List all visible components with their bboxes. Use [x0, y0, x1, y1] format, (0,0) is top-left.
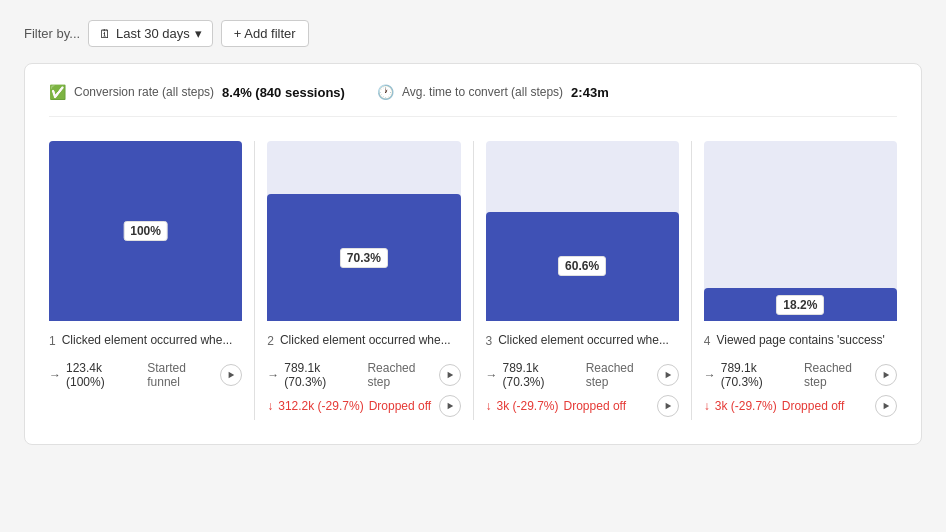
- step-number-1: 1: [49, 334, 56, 348]
- reached-row-3: →789.1k (70.3%)Reached step: [486, 358, 679, 392]
- bar-label-3: 60.6%: [558, 256, 606, 276]
- bar-label-2: 70.3%: [340, 248, 388, 268]
- main-card: ✅ Conversion rate (all steps) 8.4% (840 …: [24, 63, 922, 445]
- bar-label-1: 100%: [123, 221, 168, 241]
- reached-arrow-icon-4: →: [704, 368, 716, 382]
- step-title-2: Clicked element occurred whe...: [280, 333, 451, 347]
- reached-play-button-2[interactable]: [439, 364, 461, 386]
- reached-info-1: →123.4k (100%)Started funnel: [49, 361, 220, 389]
- reached-info-3: →789.1k (70.3%)Reached step: [486, 361, 657, 389]
- svg-marker-6: [884, 403, 890, 409]
- svg-marker-3: [665, 372, 671, 378]
- dropped-desc-4: Dropped off: [782, 399, 845, 413]
- dropped-play-button-3[interactable]: [657, 395, 679, 417]
- avg-time-metric: 🕐 Avg. time to convert (all steps) 2:43m: [377, 84, 609, 100]
- add-filter-button[interactable]: + Add filter: [221, 20, 309, 47]
- dropped-value-2: 312.2k (-29.7%): [278, 399, 363, 413]
- reached-info-4: →789.1k (70.3%)Reached step: [704, 361, 875, 389]
- clock-icon: 🕐: [377, 84, 394, 100]
- step-title-row-3: 3Clicked element occurred whe...: [486, 333, 679, 348]
- dropped-info-4: ↓3k (-29.7%)Dropped off: [704, 399, 845, 413]
- check-circle-icon: ✅: [49, 84, 66, 100]
- conversion-metric: ✅ Conversion rate (all steps) 8.4% (840 …: [49, 84, 345, 100]
- step-number-3: 3: [486, 334, 493, 348]
- reached-value-1: 123.4k (100%): [66, 361, 142, 389]
- dropped-play-button-2[interactable]: [439, 395, 461, 417]
- reached-arrow-icon-1: →: [49, 368, 61, 382]
- step-title-row-4: 4Viewed page contains 'success': [704, 333, 897, 348]
- dropped-arrow-icon-3: ↓: [486, 399, 492, 413]
- svg-marker-1: [447, 372, 453, 378]
- bar-container-3: 60.6%: [486, 141, 679, 321]
- filter-label: Filter by...: [24, 26, 80, 41]
- step-divider-1: [254, 141, 255, 420]
- dropped-row-4: ↓3k (-29.7%)Dropped off: [704, 392, 897, 420]
- dropped-value-3: 3k (-29.7%): [497, 399, 559, 413]
- dropped-play-button-4[interactable]: [875, 395, 897, 417]
- svg-marker-4: [665, 403, 671, 409]
- reached-play-button-1[interactable]: [220, 364, 242, 386]
- reached-arrow-icon-3: →: [486, 368, 498, 382]
- date-filter-button[interactable]: 🗓 Last 30 days ▾: [88, 20, 213, 47]
- svg-marker-2: [447, 403, 453, 409]
- page-wrapper: Filter by... 🗓 Last 30 days ▾ + Add filt…: [0, 0, 946, 465]
- reached-info-2: →789.1k (70.3%)Reached step: [267, 361, 438, 389]
- reached-row-2: →789.1k (70.3%)Reached step: [267, 358, 460, 392]
- conversion-label: Conversion rate (all steps): [74, 85, 214, 99]
- dropped-desc-3: Dropped off: [564, 399, 627, 413]
- reached-row-1: →123.4k (100%)Started funnel: [49, 358, 242, 392]
- step-divider-3: [691, 141, 692, 420]
- step-title-3: Clicked element occurred whe...: [498, 333, 669, 347]
- reached-play-button-4[interactable]: [875, 364, 897, 386]
- dropped-info-3: ↓3k (-29.7%)Dropped off: [486, 399, 627, 413]
- bar-container-4: 18.2%: [704, 141, 897, 321]
- dropped-desc-2: Dropped off: [369, 399, 432, 413]
- reached-play-button-3[interactable]: [657, 364, 679, 386]
- conversion-value: 8.4% (840 sessions): [222, 85, 345, 100]
- filter-bar: Filter by... 🗓 Last 30 days ▾ + Add filt…: [24, 20, 922, 47]
- avg-time-value: 2:43m: [571, 85, 609, 100]
- reached-desc-3: Reached step: [586, 361, 657, 389]
- reached-row-4: →789.1k (70.3%)Reached step: [704, 358, 897, 392]
- step-title-row-1: 1Clicked element occurred whe...: [49, 333, 242, 348]
- reached-desc-4: Reached step: [804, 361, 875, 389]
- bar-label-4: 18.2%: [776, 295, 824, 315]
- funnel-step-1: 100%1Clicked element occurred whe...→123…: [49, 141, 250, 392]
- dropped-row-2: ↓312.2k (-29.7%)Dropped off: [267, 392, 460, 420]
- reached-arrow-icon-2: →: [267, 368, 279, 382]
- reached-value-2: 789.1k (70.3%): [284, 361, 362, 389]
- funnel-container: 100%1Clicked element occurred whe...→123…: [49, 141, 897, 420]
- step-title-1: Clicked element occurred whe...: [62, 333, 233, 347]
- avg-time-label: Avg. time to convert (all steps): [402, 85, 563, 99]
- funnel-step-4: 18.2%4Viewed page contains 'success'→789…: [696, 141, 897, 420]
- calendar-icon: 🗓: [99, 27, 111, 41]
- step-divider-2: [473, 141, 474, 420]
- dropped-value-4: 3k (-29.7%): [715, 399, 777, 413]
- step-title-4: Viewed page contains 'success': [716, 333, 884, 347]
- dropped-arrow-icon-2: ↓: [267, 399, 273, 413]
- reached-desc-1: Started funnel: [147, 361, 220, 389]
- svg-marker-5: [884, 372, 890, 378]
- bar-container-2: 70.3%: [267, 141, 460, 321]
- bar-container-1: 100%: [49, 141, 242, 321]
- dropped-arrow-icon-4: ↓: [704, 399, 710, 413]
- reached-value-3: 789.1k (70.3%): [503, 361, 581, 389]
- dropped-row-3: ↓3k (-29.7%)Dropped off: [486, 392, 679, 420]
- add-filter-label: + Add filter: [234, 26, 296, 41]
- step-number-4: 4: [704, 334, 711, 348]
- date-filter-label: Last 30 days: [116, 26, 190, 41]
- metrics-row: ✅ Conversion rate (all steps) 8.4% (840 …: [49, 84, 897, 117]
- reached-desc-2: Reached step: [367, 361, 438, 389]
- svg-marker-0: [229, 372, 235, 378]
- funnel-step-3: 60.6%3Clicked element occurred whe...→78…: [478, 141, 687, 420]
- step-title-row-2: 2Clicked element occurred whe...: [267, 333, 460, 348]
- step-number-2: 2: [267, 334, 274, 348]
- reached-value-4: 789.1k (70.3%): [721, 361, 799, 389]
- funnel-step-2: 70.3%2Clicked element occurred whe...→78…: [259, 141, 468, 420]
- chevron-down-icon: ▾: [195, 26, 202, 41]
- dropped-info-2: ↓312.2k (-29.7%)Dropped off: [267, 399, 431, 413]
